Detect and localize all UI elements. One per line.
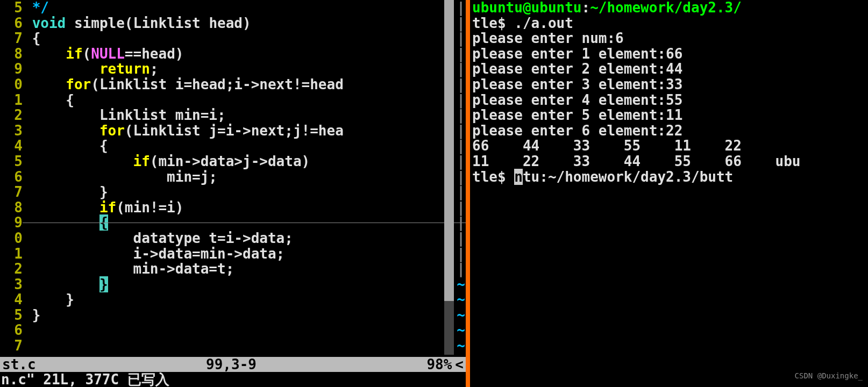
line-number: 2 <box>0 261 24 277</box>
code-token: (min!=i) <box>116 199 183 216</box>
code-token: Linklist min=i; <box>24 107 226 123</box>
watermark-text: CSDN @Duxingke_ <box>795 368 863 384</box>
code-token: { <box>99 214 108 231</box>
code-token: (Linklist j=i->next;j!=hea <box>125 123 344 139</box>
code-token: (Linklist i=head;i->next!=head <box>91 76 344 92</box>
code-token: i->data=min->data; <box>24 246 284 262</box>
line-number: 8 <box>0 46 24 62</box>
terminal-line: please enter 2 element:44 <box>472 61 868 77</box>
line-number: 9 <box>0 61 24 77</box>
code-line[interactable]: 7 { <box>0 31 466 46</box>
code-token: return <box>24 61 150 77</box>
pane-separator[interactable] <box>466 0 470 387</box>
line-number: 5 <box>0 0 24 16</box>
code-token: void <box>24 15 66 31</box>
terminal-line: please enter 1 element:66 <box>472 46 868 62</box>
code-line[interactable]: 9 { <box>0 215 466 231</box>
code-token: datatype t=i->data; <box>24 230 293 246</box>
code-line[interactable]: 5 if(min->data>j->data) <box>0 154 466 169</box>
terminal-text: please enter 5 element:11 <box>472 107 682 123</box>
code-token: */ <box>24 0 49 16</box>
terminal-text: tle$ <box>472 169 514 185</box>
terminal-line: tle$ ./a.out <box>472 16 868 31</box>
line-number: 6 <box>0 16 24 31</box>
line-number: 9 <box>0 215 24 231</box>
code-token: if <box>24 153 150 169</box>
code-token: ( <box>83 46 91 62</box>
line-number: 7 <box>0 184 24 200</box>
terminal-output: ubuntu@ubuntu:~/homework/day2.3/tle$ ./a… <box>472 0 868 184</box>
code-token: } <box>99 276 108 292</box>
terminal-text: please enter 1 element:66 <box>472 46 682 62</box>
code-token: (min->data>j->data) <box>150 153 310 169</box>
status-percent: 98% <box>426 357 455 372</box>
code-line[interactable]: 2 Linklist min=i; <box>0 108 466 123</box>
terminal-pane[interactable]: ubuntu@ubuntu:~/homework/day2.3/tle$ ./a… <box>470 0 868 387</box>
status-lt-icon: < <box>455 357 464 372</box>
code-token: for <box>24 76 91 92</box>
line-number: 7 <box>0 31 24 46</box>
terminal-line: 66 44 33 55 11 22 <box>472 138 868 154</box>
terminal-text: please enter 2 element:44 <box>472 61 682 77</box>
terminal-text: please enter num:6 <box>472 30 624 46</box>
code-token: NULL <box>91 46 125 62</box>
line-number: 4 <box>0 292 24 307</box>
code-line[interactable]: 4 } <box>0 292 466 307</box>
code-line[interactable]: 2 min->data=t; <box>0 261 466 277</box>
code-line[interactable]: 7 } <box>0 184 466 200</box>
line-number: 4 <box>0 138 24 154</box>
line-number: 3 <box>0 277 24 292</box>
vim-status-bar: st.c 99,3-9 98% < <box>0 357 466 372</box>
code-line[interactable]: 3 for(Linklist j=i->next;j!=hea <box>0 123 466 139</box>
code-line[interactable]: 4 { <box>0 138 466 154</box>
line-number: 1 <box>0 246 24 262</box>
line-number: 7 <box>0 338 24 354</box>
terminal-cursor: n <box>514 169 523 185</box>
code-line[interactable]: 9 return; <box>0 61 466 77</box>
terminal-text: please enter 6 element:22 <box>472 123 682 139</box>
code-line[interactable]: 0 datatype t=i->data; <box>0 231 466 246</box>
terminal-line: please enter 4 element:55 <box>472 92 868 108</box>
code-token: if <box>24 199 116 216</box>
split-root: 5 */6 void simple(Linklist head)7 {8 if(… <box>0 0 868 387</box>
terminal-line: please enter 3 element:33 <box>472 77 868 92</box>
code-line[interactable]: 8 if(min!=i) <box>0 200 466 216</box>
code-line[interactable]: 8 if(NULL==head) <box>0 46 466 62</box>
code-line[interactable]: 6 <box>0 322 466 338</box>
code-token <box>24 214 99 231</box>
code-token: { <box>24 30 40 46</box>
terminal-line: please enter 5 element:11 <box>472 108 868 123</box>
code-line[interactable]: 1 { <box>0 92 466 108</box>
code-token: min->data=t; <box>24 261 234 277</box>
vim-editor-pane[interactable]: 5 */6 void simple(Linklist head)7 {8 if(… <box>0 0 466 387</box>
code-token: simple(Linklist head) <box>66 15 251 31</box>
code-area[interactable]: 5 */6 void simple(Linklist head)7 {8 if(… <box>0 0 466 354</box>
code-line[interactable]: 0 for(Linklist i=head;i->next!=head <box>0 77 466 92</box>
vim-scrollbar-thumb[interactable] <box>444 301 454 355</box>
terminal-line: please enter num:6 <box>472 31 868 46</box>
code-token: for <box>24 123 125 139</box>
vim-vsplit-border: ||| ||| ||| ||| ||| ||| ~ ~ ~ ~ ~ <box>456 0 466 355</box>
code-token: } <box>24 184 108 200</box>
code-line[interactable]: 1 i->data=min->data; <box>0 246 466 262</box>
terminal-text: 66 44 33 55 11 22 <box>472 138 742 154</box>
terminal-text: tu:~/homework/day2.3/butt <box>523 169 733 185</box>
terminal-line: 11 22 33 44 55 66 ubu <box>472 154 868 169</box>
vim-scrollbar[interactable] <box>444 0 454 355</box>
code-token: ==head) <box>125 46 184 62</box>
line-number: 3 <box>0 123 24 139</box>
code-line[interactable]: 5 */ <box>0 0 466 16</box>
code-line[interactable]: 5 } <box>0 307 466 323</box>
code-token: { <box>24 138 108 154</box>
vim-command-line[interactable]: n.c" 21L, 377C 已写入 <box>0 372 169 387</box>
terminal-text: ~/homework/day2.3/ <box>590 0 742 16</box>
code-line[interactable]: 6 min=j; <box>0 169 466 185</box>
code-token: } <box>24 307 40 323</box>
code-line[interactable]: 3 } <box>0 277 466 292</box>
terminal-text: please enter 4 element:55 <box>472 92 682 108</box>
code-line[interactable]: 7 <box>0 338 466 354</box>
terminal-text: ubuntu@ubuntu <box>472 0 582 16</box>
line-number: 5 <box>0 154 24 169</box>
line-number: 6 <box>0 322 24 338</box>
code-line[interactable]: 6 void simple(Linklist head) <box>0 16 466 31</box>
